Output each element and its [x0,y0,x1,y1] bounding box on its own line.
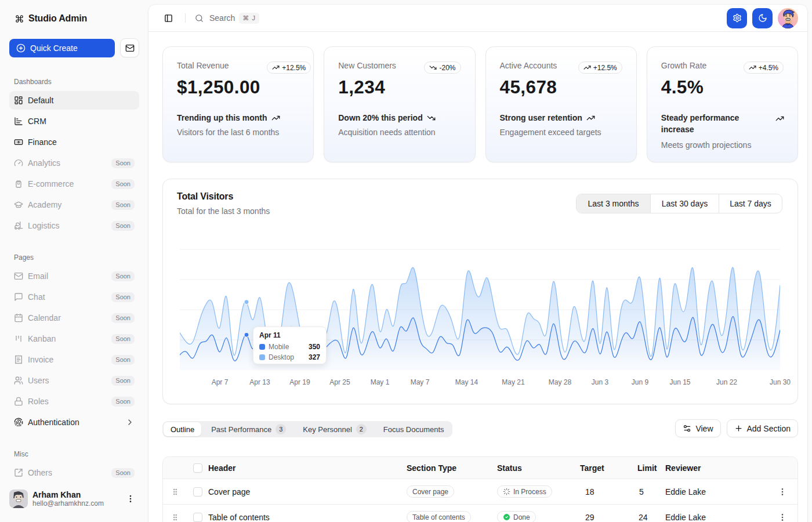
svg-text:Jun 3: Jun 3 [592,378,609,386]
svg-text:Jun 9: Jun 9 [632,378,649,386]
svg-text:May 21: May 21 [502,378,525,386]
svg-text:Jun 30: Jun 30 [770,378,791,386]
svg-text:Apr 25: Apr 25 [329,378,350,386]
svg-text:May 7: May 7 [411,378,430,386]
svg-text:Jun 22: Jun 22 [716,378,737,386]
svg-text:May 1: May 1 [371,378,390,386]
svg-text:Jun 15: Jun 15 [669,378,690,386]
svg-text:Apr 7: Apr 7 [212,378,229,386]
svg-text:Apr 19: Apr 19 [289,378,310,386]
svg-text:Apr 13: Apr 13 [249,378,270,386]
svg-text:May 28: May 28 [549,378,572,386]
svg-text:May 14: May 14 [455,378,478,386]
